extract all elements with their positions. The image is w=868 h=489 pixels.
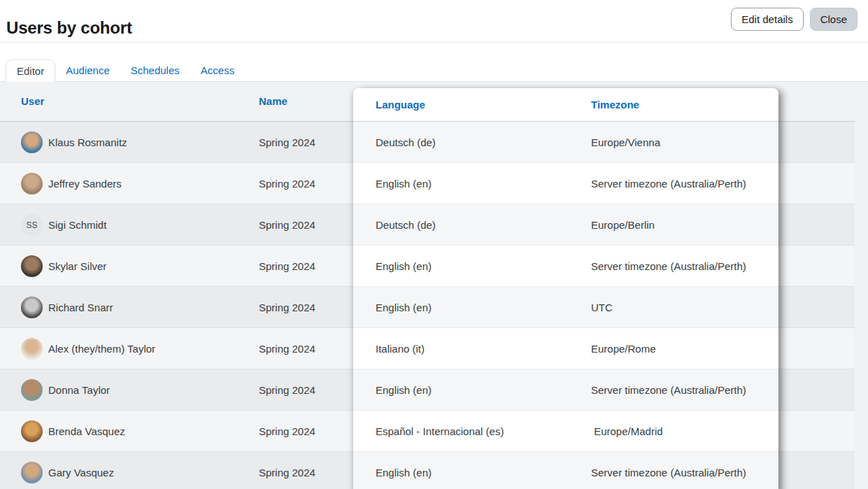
tab-editor[interactable]: Editor [6,59,55,82]
tab-bar: Editor Audience Schedules Access [0,59,868,82]
language-value: English (en) [376,246,432,286]
language-value: Español - Internacional (es) [376,411,504,451]
language-value: English (en) [376,369,432,410]
cohort-name: Spring 2024 [259,369,315,410]
dragged-columns-panel[interactable]: Language Timezone Deutsch (de)Europe/Vie… [353,88,778,489]
language-value: English (en) [376,163,432,204]
user-avatar [21,379,43,401]
timezone-value: Server timezone (Australia/Perth) [591,452,746,489]
timezone-value: Server timezone (Australia/Perth) [591,369,746,410]
timezone-value: Europe/Madrid [591,411,663,451]
user-name: Alex (they/them) Taylor [48,328,155,369]
language-value: Deutsch (de) [376,122,436,162]
cohort-name: Spring 2024 [259,328,315,369]
panel-row: Italiano (it)Europe/Rome [353,327,778,369]
header-divider [0,42,868,43]
user-avatar [21,338,43,360]
panel-row: English (en)UTC [353,286,778,327]
user-name: Richard Snarr [48,287,113,327]
user-avatar [21,173,43,194]
user-name: Gary Vasquez [48,452,114,489]
user-name: Donna Taylor [48,369,110,410]
cohort-name: Spring 2024 [259,452,315,489]
timezone-value: Server timezone (Australia/Perth) [591,246,746,286]
user-avatar [21,462,43,483]
panel-row: Deutsch (de)Europe/Vienna [353,121,778,162]
page-title: Users by cohort [6,18,132,38]
user-name: Klaus Rosmanitz [48,122,127,162]
timezone-value: Europe/Vienna [591,122,660,162]
cohort-name: Spring 2024 [259,287,315,327]
panel-row: English (en)Server timezone (Australia/P… [353,369,778,410]
tab-audience[interactable]: Audience [55,59,120,81]
panel-row: English (en)Server timezone (Australia/P… [353,162,778,204]
column-header-language[interactable]: Language [376,88,425,121]
user-avatar [21,132,43,153]
cohort-name: Spring 2024 [259,246,315,286]
report-table: User Name Klaus RosmanitzSpring 2024Jeff… [0,82,868,489]
column-header-user[interactable]: User [21,82,44,120]
language-value: Deutsch (de) [376,204,436,245]
user-name: Skylar Silver [48,246,106,286]
panel-row: Deutsch (de)Europe/Berlin [353,204,778,245]
user-name: Brenda Vasquez [48,411,125,451]
panel-rows: Deutsch (de)Europe/ViennaEnglish (en)Ser… [353,121,778,489]
cohort-name: Spring 2024 [259,411,315,451]
language-value: English (en) [376,287,432,327]
language-value: Italiano (it) [376,328,425,369]
panel-row: English (en)Server timezone (Australia/P… [353,245,778,286]
cohort-name: Spring 2024 [259,163,315,204]
user-name: Sigi Schmidt [48,204,106,245]
column-header-timezone[interactable]: Timezone [591,88,639,121]
user-avatar [21,420,43,442]
panel-row: English (en)Server timezone (Australia/P… [353,451,778,489]
timezone-value: Europe/Berlin [591,204,655,245]
timezone-value: Server timezone (Australia/Perth) [591,163,746,204]
panel-row: Español - Internacional (es) Europe/Madr… [353,410,778,451]
user-avatar [21,255,43,277]
tab-access[interactable]: Access [190,59,245,81]
user-avatar [21,297,43,318]
timezone-value: Europe/Rome [591,328,656,369]
column-header-name[interactable]: Name [259,82,287,120]
cohort-name: Spring 2024 [259,204,315,245]
header-actions: Edit details Close [731,8,858,31]
language-value: English (en) [376,452,432,489]
tab-schedules[interactable]: Schedules [120,59,190,81]
user-name: Jeffrey Sanders [48,163,122,204]
timezone-value: UTC [591,287,613,327]
close-button[interactable]: Close [810,8,858,31]
cohort-name: Spring 2024 [259,122,315,162]
user-avatar: SS [21,214,43,236]
edit-details-button[interactable]: Edit details [731,8,803,31]
